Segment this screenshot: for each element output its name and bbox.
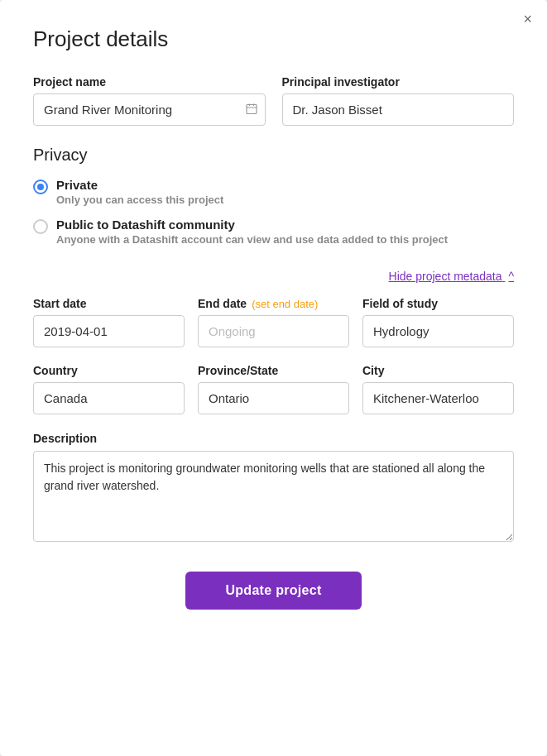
privacy-private-option[interactable]: Private Only you can access this project — [33, 178, 514, 206]
field-of-study-group: Field of study — [362, 297, 514, 347]
end-date-input[interactable] — [198, 315, 349, 347]
calendar-icon — [246, 103, 257, 117]
principal-investigator-input[interactable] — [282, 93, 515, 126]
privacy-section: Privacy Private Only you can access this… — [33, 146, 514, 246]
set-end-date-link[interactable]: (set end date) — [252, 298, 318, 310]
private-label: Private — [56, 178, 223, 192]
description-textarea[interactable]: This project is monitoring groundwater m… — [33, 451, 514, 542]
city-label: City — [362, 364, 514, 377]
project-name-label: Project name — [33, 75, 266, 89]
country-label: Country — [33, 364, 185, 377]
start-date-group: Start date — [33, 297, 185, 347]
project-name-input-wrapper — [33, 93, 266, 126]
principal-investigator-label: Principal investigator — [282, 75, 515, 89]
end-date-label-row: End date (set end date) — [198, 297, 349, 310]
chevron-up-icon: ^ — [508, 270, 514, 283]
project-name-group: Project name — [33, 75, 266, 126]
description-label: Description — [33, 432, 97, 445]
end-date-label: End date — [198, 297, 247, 310]
private-sublabel: Only you can access this project — [56, 194, 223, 206]
hide-metadata-link[interactable]: Hide project metadata ^ — [389, 270, 514, 283]
project-name-input[interactable] — [33, 93, 266, 126]
privacy-section-title: Privacy — [33, 146, 514, 165]
page-title: Project details — [33, 26, 514, 52]
project-details-modal: × Project details Project name Principal… — [0, 0, 547, 756]
end-date-group: End date (set end date) — [198, 297, 349, 347]
city-input[interactable] — [362, 382, 514, 414]
location-fields-row: Country Province/State City — [33, 364, 514, 414]
province-state-input[interactable] — [198, 382, 349, 414]
top-fields-row: Project name Principal investigator — [33, 75, 514, 126]
update-project-button[interactable]: Update project — [185, 572, 361, 610]
private-radio[interactable] — [33, 179, 48, 194]
date-fields-row: Start date End date (set end date) Field… — [33, 297, 514, 347]
country-input[interactable] — [33, 382, 185, 414]
principal-investigator-group: Principal investigator — [282, 75, 515, 126]
metadata-toggle-row: Hide project metadata ^ — [33, 269, 514, 284]
field-of-study-input[interactable] — [362, 315, 514, 347]
hide-metadata-label: Hide project metadata — [389, 270, 502, 283]
public-radio[interactable] — [33, 219, 48, 234]
province-state-label: Province/State — [198, 364, 349, 377]
update-btn-row: Update project — [33, 572, 514, 610]
privacy-public-option[interactable]: Public to Datashift community Anyone wit… — [33, 218, 514, 246]
field-of-study-label: Field of study — [362, 297, 514, 310]
country-group: Country — [33, 364, 185, 414]
start-date-input[interactable] — [33, 315, 185, 347]
public-sublabel: Anyone with a Datashift account can view… — [56, 233, 448, 246]
start-date-label: Start date — [33, 297, 185, 310]
province-state-group: Province/State — [198, 364, 349, 414]
description-section: Description This project is monitoring g… — [33, 431, 514, 545]
svg-rect-0 — [247, 104, 257, 113]
city-group: City — [362, 364, 514, 414]
public-label: Public to Datashift community — [56, 218, 448, 232]
close-button[interactable]: × — [523, 12, 532, 26]
